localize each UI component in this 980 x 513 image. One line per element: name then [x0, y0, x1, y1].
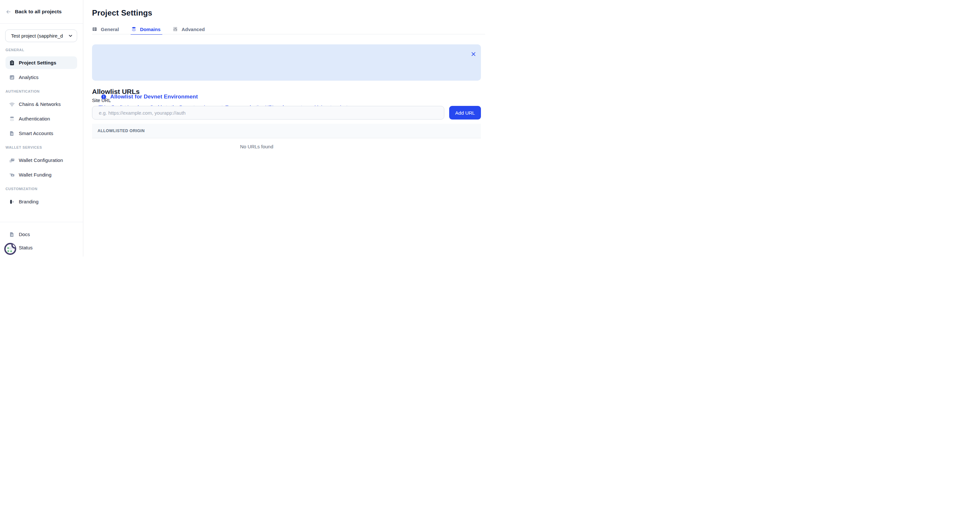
docs-icon — [9, 232, 15, 237]
cookie-consent-button[interactable] — [4, 242, 17, 255]
page-title: Project Settings — [92, 8, 152, 17]
sidebar-item-label: Branding — [19, 199, 38, 204]
sidebar-item-label: Wallet Funding — [19, 172, 51, 178]
sidebar-item-docs[interactable]: Docs — [5, 228, 77, 241]
sidebar-item-label: Docs — [19, 232, 30, 237]
wallet-gear-icon — [9, 157, 15, 163]
tab-label: Advanced — [181, 27, 205, 32]
close-icon[interactable] — [471, 51, 476, 57]
wifi-icon — [9, 102, 15, 107]
allowlist-urls-heading: Allowlist URLs — [92, 88, 140, 95]
allowlisted-origin-column-header: ALLOWLISTED ORIGIN — [97, 129, 145, 133]
arrow-left-icon — [5, 9, 11, 14]
sidebar-item-chains-networks[interactable]: Chains & Networks — [5, 98, 77, 110]
sidebar-item-wallet-configuration[interactable]: Wallet Configuration — [5, 154, 77, 167]
tab-label: Domains — [140, 27, 161, 32]
tab-general[interactable]: General — [92, 24, 119, 34]
database-icon — [131, 27, 137, 32]
add-url-button[interactable]: Add URL — [449, 106, 481, 119]
chevron-down-icon — [68, 33, 73, 38]
sidebar-item-label: Project Settings — [19, 60, 56, 65]
site-url-input[interactable] — [92, 106, 444, 119]
section-label-customization: CUSTOMIZATION — [5, 187, 83, 191]
tab-domains[interactable]: Domains — [131, 24, 161, 34]
sidebar-item-label: Analytics — [19, 75, 38, 80]
sidebar-item-smart-accounts[interactable]: Smart Accounts — [5, 127, 77, 140]
tab-label: General — [101, 27, 119, 32]
bar-chart-icon — [9, 75, 15, 80]
sidebar-item-label: Smart Accounts — [19, 130, 53, 136]
empty-state-text: No URLs found — [92, 144, 421, 149]
sidebar-item-branding[interactable]: Branding — [5, 195, 77, 208]
sidebar-item-label: Chains & Networks — [19, 102, 60, 107]
project-selector-value: Test project (sapphire_d — [11, 33, 68, 38]
file-icon — [9, 130, 15, 137]
main-content: Project Settings General Domains — [83, 0, 490, 256]
branding-icon — [9, 199, 15, 205]
sidebar-item-wallet-funding[interactable]: Wallet Funding — [5, 168, 77, 181]
back-label: Back to all projects — [15, 9, 62, 14]
section-label-authentication: AUTHENTICATION — [5, 89, 83, 94]
sidebar-item-authentication[interactable]: Authentication — [5, 113, 77, 125]
sidebar-item-label: Wallet Configuration — [19, 157, 63, 163]
sidebar-item-project-settings[interactable]: Project Settings — [5, 56, 77, 69]
sidebar-item-label: Status — [19, 245, 33, 250]
tab-advanced[interactable]: Advanced — [173, 24, 205, 34]
site-url-label: Site URL — [92, 98, 111, 103]
database-icon — [9, 116, 15, 122]
sidebar-scroll-area: Test project (sapphire_d GENERAL Project… — [0, 24, 83, 211]
back-to-projects-link[interactable]: Back to all projects — [0, 0, 83, 24]
allowlist-table-header: ALLOWLISTED ORIGIN — [92, 124, 481, 138]
wallet-card-icon — [9, 172, 15, 178]
section-label-general: GENERAL — [5, 48, 83, 52]
sidebar-item-analytics[interactable]: Analytics — [5, 71, 77, 84]
section-label-wallet-services: WALLET SERVICES — [5, 145, 83, 149]
devnet-allowlist-banner: Allowlist for Devnet Environment This al… — [92, 44, 481, 81]
tab-divider — [92, 34, 485, 34]
table-cells-icon — [92, 27, 97, 32]
cookie-icon — [4, 242, 17, 255]
tab-bar: General Domains Advanced — [92, 24, 205, 34]
project-selector[interactable]: Test project (sapphire_d — [5, 29, 77, 42]
sidebar-item-label: Authentication — [19, 116, 50, 121]
sidebar: Back to all projects Test project (sapph… — [0, 0, 83, 256]
clipboard-icon — [9, 60, 15, 66]
sliders-icon — [173, 27, 178, 32]
